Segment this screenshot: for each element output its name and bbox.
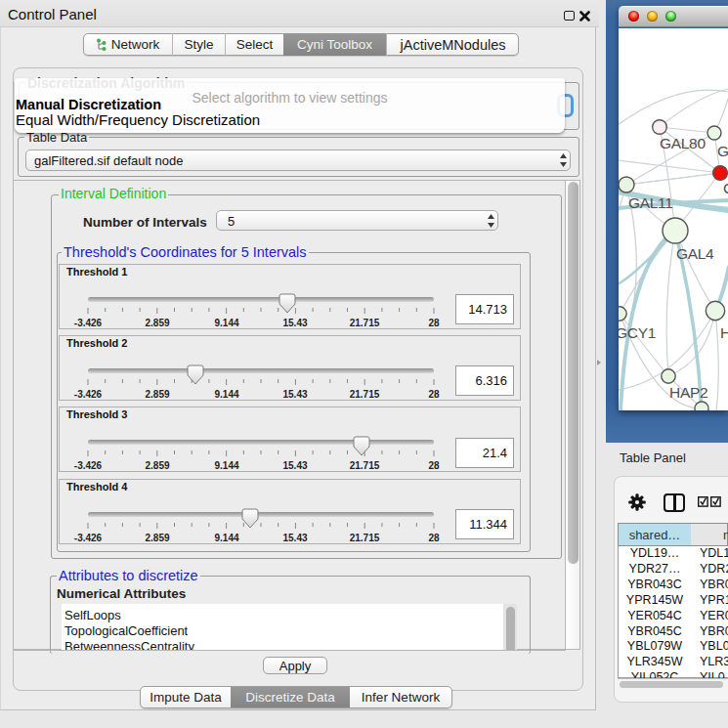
svg-text:H: H xyxy=(720,324,728,341)
svg-text:C: C xyxy=(723,180,728,196)
svg-text:GAL11: GAL11 xyxy=(628,194,673,211)
svg-text:GCY1: GCY1 xyxy=(619,324,656,341)
svg-text:GAL80: GAL80 xyxy=(660,135,706,151)
svg-text:HAP2: HAP2 xyxy=(669,384,707,401)
svg-text:GAL4: GAL4 xyxy=(676,245,714,262)
svg-text:G: G xyxy=(717,143,728,159)
